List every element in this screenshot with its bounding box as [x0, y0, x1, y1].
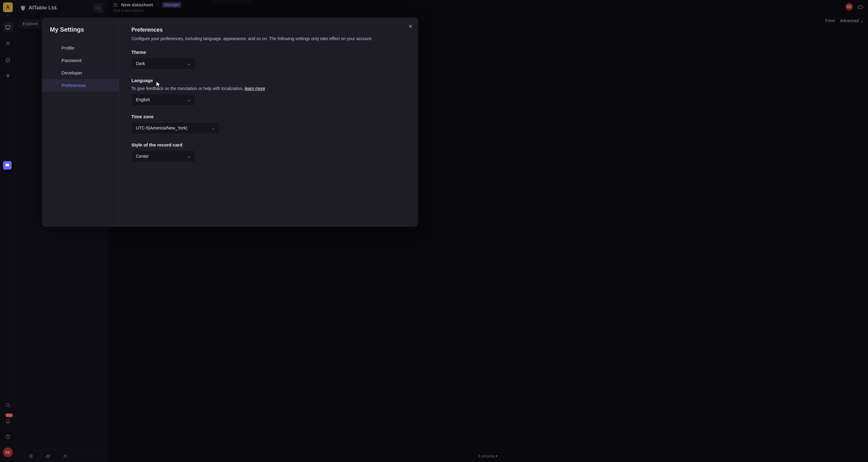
timezone-select[interactable]: UTC-5(America/New_York) ⌄ — [131, 122, 220, 134]
theme-value: Dark — [136, 61, 145, 66]
settings-nav-developer[interactable]: Developer — [42, 67, 119, 79]
chevron-down-icon: ⌄ — [187, 61, 191, 66]
chevron-down-icon: ⌄ — [187, 154, 191, 159]
theme-label: Theme — [131, 50, 406, 55]
language-select[interactable]: English ⌄ — [131, 94, 195, 105]
settings-nav-profile[interactable]: Profile — [42, 42, 119, 54]
chevron-down-icon: ⌄ — [211, 126, 215, 130]
chat-widget-icon[interactable] — [3, 161, 11, 170]
settings-modal: ✕ My Settings Profile Password Developer… — [42, 18, 418, 227]
card-style-value: Center — [136, 154, 149, 159]
timezone-label: Time zone — [131, 114, 406, 119]
card-style-label: Style of the record card — [131, 142, 406, 147]
chevron-down-icon: ⌄ — [187, 97, 191, 102]
card-style-select[interactable]: Center ⌄ — [131, 151, 195, 162]
settings-nav-preferences[interactable]: Preferences — [42, 79, 119, 92]
settings-nav-password[interactable]: Password — [42, 54, 119, 67]
learn-more-link[interactable]: learn more — [245, 86, 265, 91]
language-label: Language — [131, 78, 406, 83]
preferences-heading: Preferences — [131, 27, 406, 33]
close-button[interactable]: ✕ — [408, 23, 413, 30]
timezone-value: UTC-5(America/New_York) — [136, 126, 187, 130]
preferences-subheading: Configure your preferences, including la… — [131, 36, 406, 41]
theme-select[interactable]: Dark ⌄ — [131, 58, 195, 69]
modal-title: My Settings — [42, 26, 119, 42]
language-value: English — [136, 97, 150, 102]
language-sub: To give feedback on the translation or h… — [131, 86, 406, 91]
